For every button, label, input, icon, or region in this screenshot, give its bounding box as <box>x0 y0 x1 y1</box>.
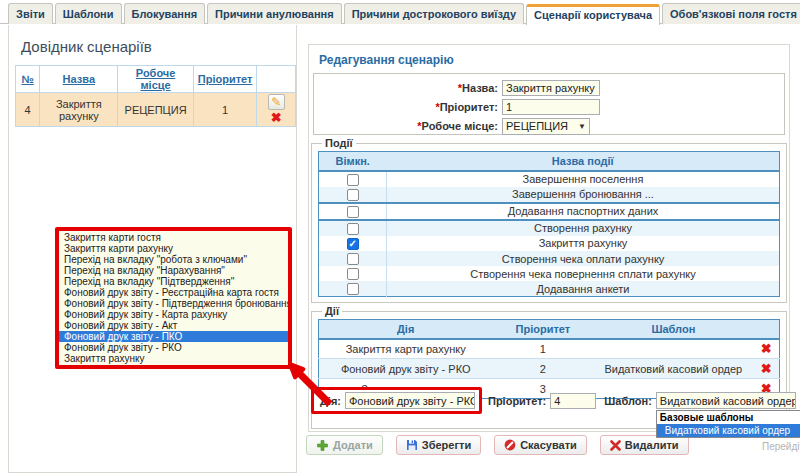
event-checkbox[interactable] <box>347 174 359 186</box>
action-option[interactable]: Закриття карти гостя <box>59 232 288 243</box>
event-checkbox-cell <box>319 266 387 281</box>
event-name: Створення чека оплати рахунку <box>387 251 780 266</box>
events-fieldset: Події Вімкн.Назва події Завершення посел… <box>311 137 787 303</box>
add-priority-input[interactable] <box>550 393 596 409</box>
tab[interactable]: Причини дострокового виїзду <box>344 3 524 24</box>
cancel-button[interactable]: Скасувати <box>494 435 587 455</box>
column-header: Пріоритет <box>193 66 257 93</box>
delete-row-icon[interactable]: ✖ <box>271 110 282 125</box>
scenario-row[interactable]: 4 Закриття рахунку РЕЦЕПЦИЯ 1 ✎ ✖ <box>16 93 296 127</box>
name-input[interactable] <box>502 80 600 96</box>
edit-pencil-icon[interactable]: ✎ <box>268 94 285 110</box>
directory-title: Довідник сценаріїв <box>21 38 296 55</box>
action-option[interactable]: Перехід на вкладку "робота з ключами" <box>59 254 288 265</box>
workplace-select[interactable]: РЕЦЕПЦИЯ▼ <box>502 118 590 135</box>
event-row: Додавання паспортних даних <box>319 203 780 220</box>
event-checkbox[interactable] <box>347 223 359 235</box>
action-option[interactable]: Фоновий друк звіту - ПКО <box>59 331 288 342</box>
add-action-row: Дія: Фоновий друк звіту - РКО▼ Пріоритет… <box>313 387 787 414</box>
add-template-select[interactable]: Видатковий касовий ордер▼ <box>656 392 796 409</box>
cell-actions: ✎ ✖ <box>257 93 296 127</box>
action-option[interactable]: Фоновий друк звіту - Карта рахунку <box>59 309 288 320</box>
action-priority: 1 <box>492 339 593 359</box>
events-column-header: Вімкн. <box>319 152 387 171</box>
tab[interactable]: Блокування <box>124 3 206 24</box>
add-button[interactable]: Додати <box>306 435 383 455</box>
event-checkbox[interactable] <box>347 268 359 280</box>
tab[interactable]: Причини анулювання <box>207 3 342 24</box>
action-row: Фоновий друк звіту - РКО 2 Видатковий ка… <box>319 359 780 379</box>
event-row: Додавання анкети <box>319 281 780 297</box>
event-row: Закриття рахунку <box>319 236 780 251</box>
sort-link[interactable]: Назва <box>63 73 95 85</box>
action-option[interactable]: Фоновий друк звіту - Реєстраційна карта … <box>59 287 288 298</box>
save-button[interactable]: Зберегти <box>396 435 481 455</box>
cell-name: Закриття рахунку <box>40 93 118 127</box>
action-delete-cell: ✖ <box>753 359 779 379</box>
action-option[interactable]: Закриття карти рахунку <box>59 243 288 254</box>
actions-column-header: Пріоритет <box>492 320 593 339</box>
watermark-text: Перейдіт <box>762 441 800 452</box>
delete-button[interactable]: Видалити <box>600 435 689 455</box>
action-option[interactable]: Перехід на вкладку "Нарахування" <box>59 265 288 276</box>
event-checkbox-cell <box>319 187 387 203</box>
action-template <box>593 339 753 359</box>
sort-link[interactable]: Робоче місце <box>136 67 176 91</box>
column-header: № <box>16 66 40 93</box>
events-column-header: Назва події <box>387 152 780 171</box>
tab[interactable]: Сценарії користувача <box>526 4 660 25</box>
actions-legend: Дії <box>322 305 342 317</box>
tab[interactable]: Звіти <box>8 3 53 24</box>
footer-buttons: Додати Зберегти Скасувати Видалити <box>306 435 689 455</box>
action-priority: 2 <box>492 359 593 379</box>
action-name: Закриття карти рахунку <box>319 339 493 359</box>
event-row: Створення чека оплати рахунку <box>319 251 780 266</box>
event-row: Завершення поселення <box>319 171 780 187</box>
event-name: Додавання паспортних даних <box>387 203 780 220</box>
chevron-down-icon: ▼ <box>578 122 586 131</box>
delete-action-icon[interactable]: ✖ <box>761 341 772 356</box>
events-legend: Події <box>322 137 356 149</box>
sort-link[interactable]: № <box>21 73 33 85</box>
event-name: Додавання анкети <box>387 281 780 297</box>
action-dropdown-list: Закриття карти гостяЗакриття карти рахун… <box>59 231 288 365</box>
add-priority-label: Пріоритет: <box>488 395 546 407</box>
action-list-highlight-frame: Закриття карти гостяЗакриття карти рахун… <box>55 227 292 369</box>
action-option[interactable]: Перехід на вкладку "Підтвердження" <box>59 276 288 287</box>
scenario-table: №НазваРобоче місцеПріоритет 4 Закриття р… <box>15 65 296 127</box>
event-row: Завершення бронювання ... <box>319 187 780 203</box>
workplace-label: *Робоче місце: <box>314 120 502 132</box>
action-option[interactable]: Фоновий друк звіту - РКО <box>59 342 288 353</box>
delete-action-icon[interactable]: ✖ <box>761 361 772 376</box>
scenario-table-header: №НазваРобоче місцеПріоритет <box>16 66 296 93</box>
event-name: Закриття рахунку <box>387 236 780 251</box>
action-option[interactable]: Закриття рахунку <box>59 353 288 364</box>
event-checkbox-cell <box>319 171 387 187</box>
event-checkbox-cell <box>319 220 387 236</box>
priority-input[interactable] <box>502 99 600 115</box>
template-option[interactable]: Видатковий касовий ордер <box>657 424 800 437</box>
event-checkbox[interactable] <box>347 206 359 218</box>
event-checkbox[interactable] <box>347 238 359 250</box>
event-checkbox-cell <box>319 281 387 297</box>
tab[interactable]: Шаблони <box>55 3 122 24</box>
cell-workplace: РЕЦЕПЦИЯ <box>118 93 193 127</box>
event-checkbox[interactable] <box>347 283 359 295</box>
cell-priority: 1 <box>193 93 257 127</box>
event-name: Створення чека повернення сплати рахунку <box>387 266 780 281</box>
no-entry-icon <box>504 439 516 451</box>
edit-panel-title: Редагування сценарію <box>319 53 454 67</box>
actions-column-header <box>753 320 779 339</box>
scenario-edit-panel: Редагування сценарію *Назва: *Пріоритет:… <box>308 44 790 432</box>
action-option[interactable]: Фоновий друк звіту - Підтвердження броню… <box>59 298 288 309</box>
column-header: Назва <box>40 66 118 93</box>
actions-column-header: Шаблон <box>593 320 753 339</box>
event-checkbox[interactable] <box>347 189 359 201</box>
tab[interactable]: Обов'язкові поля гостя <box>662 3 800 24</box>
action-option[interactable]: Фоновий друк звіту - Акт <box>59 320 288 331</box>
event-name: Завершення поселення <box>387 171 780 187</box>
event-checkbox-cell <box>319 236 387 251</box>
sort-link[interactable]: Пріоритет <box>198 73 253 85</box>
add-action-select[interactable]: Фоновий друк звіту - РКО▼ <box>345 392 475 409</box>
event-checkbox[interactable] <box>347 253 359 265</box>
